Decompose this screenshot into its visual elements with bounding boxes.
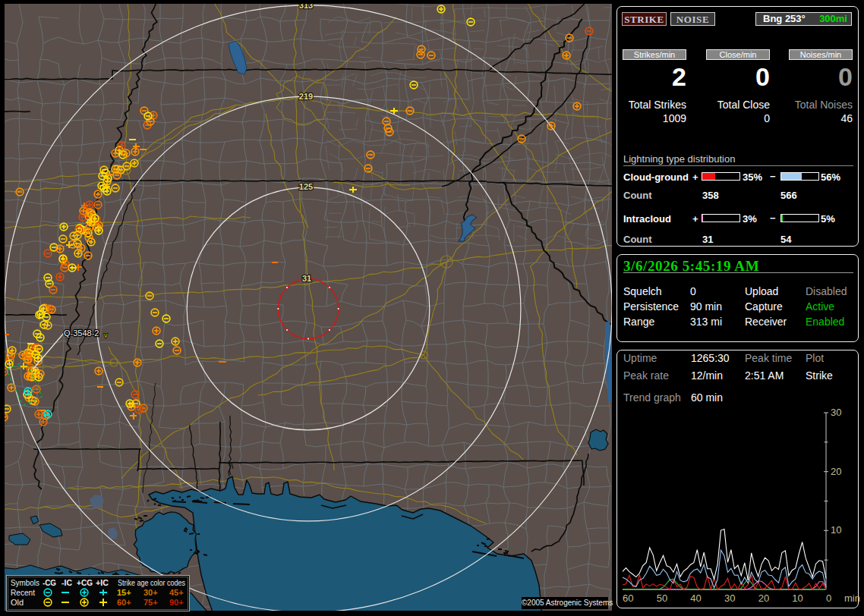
svg-text:Symbols: Symbols (11, 578, 39, 587)
svg-text:30: 30 (831, 407, 841, 418)
svg-text:15+: 15+ (117, 588, 131, 597)
svg-text:40: 40 (690, 592, 701, 604)
svg-text:75+: 75+ (143, 598, 158, 607)
svg-text:Strike age color codes: Strike age color codes (118, 578, 185, 587)
svg-text:-IC: -IC (61, 578, 72, 587)
svg-text:+IC: +IC (96, 578, 109, 587)
svg-text:50: 50 (657, 592, 667, 604)
svg-text:0: 0 (826, 592, 831, 604)
svg-text:313: 313 (299, 4, 313, 10)
svg-text:10: 10 (831, 524, 841, 536)
svg-text:30: 30 (724, 592, 735, 604)
svg-text:219: 219 (299, 92, 313, 101)
svg-text:Recent: Recent (11, 588, 35, 597)
svg-text:v: v (104, 332, 108, 339)
svg-text:90+: 90+ (169, 598, 184, 607)
svg-text:-CG: -CG (43, 578, 56, 587)
svg-text:Q-3548-2: Q-3548-2 (64, 328, 99, 338)
svg-text:125: 125 (299, 182, 313, 191)
svg-text:+CG: +CG (77, 578, 93, 587)
svg-text:45+: 45+ (169, 588, 184, 597)
svg-text:60+: 60+ (117, 598, 131, 607)
svg-text:Old: Old (11, 598, 24, 607)
svg-text:30+: 30+ (143, 588, 158, 597)
svg-text:60: 60 (623, 592, 633, 604)
svg-text:min: min (844, 592, 860, 604)
svg-text:10: 10 (792, 592, 803, 604)
svg-text:20: 20 (831, 466, 841, 477)
svg-text:20: 20 (758, 592, 769, 604)
svg-text:31: 31 (302, 274, 311, 283)
